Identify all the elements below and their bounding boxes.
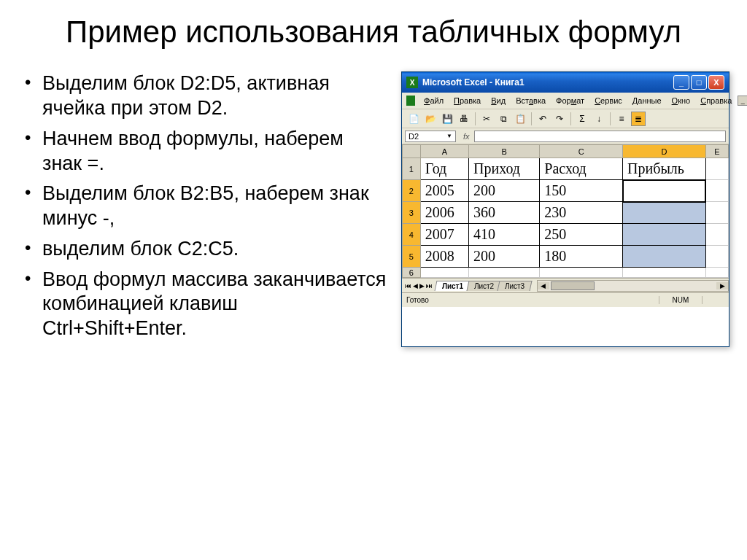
cell[interactable]: Прибыль	[623, 158, 706, 180]
print-icon[interactable]: 🖶	[457, 112, 471, 126]
row-header-4[interactable]: 4	[403, 224, 421, 246]
scroll-thumb[interactable]	[551, 281, 595, 290]
bullet-list: Выделим блок D2:D5, активная ячейка при …	[22, 71, 387, 341]
row-header-1[interactable]: 1	[403, 158, 421, 180]
excel-app-icon: X	[406, 77, 418, 88]
slide-title: Пример использования табличных формул	[22, 15, 725, 50]
tab-nav-prev-icon[interactable]: ◀	[413, 282, 418, 289]
align-icon[interactable]: ≡	[614, 112, 629, 126]
cell[interactable]	[469, 268, 540, 278]
cell[interactable]: 2005	[420, 180, 468, 202]
cell[interactable]: 200	[469, 180, 540, 202]
cell[interactable]: 410	[469, 224, 540, 246]
new-icon[interactable]: 📄	[406, 112, 421, 126]
row-header-2[interactable]: 2	[403, 180, 421, 202]
window-title: Microsoft Excel - Книга1	[422, 77, 673, 88]
menu-file[interactable]: Файл	[419, 95, 448, 106]
cell[interactable]: 2008	[420, 246, 468, 268]
sheet-tab[interactable]: Лист3	[498, 281, 533, 291]
spreadsheet-grid[interactable]: A B C D E 1 Год Приход Расход Прибыль 2 …	[402, 144, 729, 278]
close-button[interactable]: X	[708, 75, 724, 90]
cell[interactable]: 150	[540, 180, 623, 202]
cell[interactable]	[705, 202, 728, 224]
cell[interactable]: 250	[540, 224, 623, 246]
save-icon[interactable]: 💾	[440, 112, 454, 126]
tab-nav-last-icon[interactable]: ⏭	[426, 282, 433, 289]
tab-nav-first-icon[interactable]: ⏮	[405, 282, 411, 289]
cell[interactable]: 200	[469, 246, 540, 268]
excel-window: X Microsoft Excel - Книга1 _ □ X Файл Пр…	[401, 71, 729, 347]
bullet-item: Выделим блок D2:D5, активная ячейка при …	[42, 71, 387, 121]
scroll-left-icon[interactable]: ◀	[538, 282, 549, 289]
paste-icon[interactable]: 📋	[513, 112, 527, 126]
menu-format[interactable]: Формат	[551, 95, 589, 106]
menu-tools[interactable]: Сервис	[590, 95, 627, 106]
menu-window[interactable]: Окно	[667, 95, 695, 106]
cell-active[interactable]	[623, 180, 706, 202]
cell[interactable]	[705, 180, 728, 202]
copy-icon[interactable]: ⧉	[496, 112, 511, 126]
row-header-5[interactable]: 5	[403, 246, 421, 268]
menubar: Файл Правка Вид Вставка Формат Сервис Да…	[402, 93, 729, 109]
cell[interactable]: Приход	[469, 158, 540, 180]
status-num: NUM	[659, 296, 703, 304]
cell[interactable]: 230	[540, 202, 623, 224]
cell[interactable]: Год	[420, 158, 468, 180]
bullet-item: Выделим блок B2:B5, наберем знак минус -…	[42, 182, 387, 231]
undo-icon[interactable]: ↶	[535, 112, 550, 126]
formula-bar-row: D2▼ fx	[402, 128, 729, 144]
minimize-button[interactable]: _	[673, 75, 689, 90]
redo-icon[interactable]: ↷	[552, 112, 567, 126]
indent-icon[interactable]: ≣	[631, 112, 646, 126]
cell-selected[interactable]	[623, 246, 706, 268]
cell[interactable]	[705, 224, 728, 246]
scroll-right-icon[interactable]: ▶	[716, 282, 728, 289]
cell-selected[interactable]	[623, 202, 706, 224]
tab-nav-next-icon[interactable]: ▶	[419, 282, 425, 289]
col-header-E[interactable]: E	[705, 145, 728, 158]
doc-minimize-button[interactable]: _	[738, 96, 747, 106]
menu-help[interactable]: Справка	[696, 95, 736, 106]
menu-edit[interactable]: Правка	[449, 95, 485, 106]
name-box[interactable]: D2▼	[405, 131, 456, 142]
col-header-A[interactable]: A	[420, 145, 468, 158]
cell[interactable]: 2006	[420, 202, 468, 224]
cut-icon[interactable]: ✂	[479, 112, 494, 126]
col-header-D[interactable]: D	[623, 145, 706, 158]
open-icon[interactable]: 📂	[423, 112, 438, 126]
statusbar: Готово NUM	[402, 292, 729, 307]
status-ready: Готово	[406, 296, 659, 304]
sheet-tabs-row: ⏮ ◀ ▶ ⏭ Лист1 Лист2 Лист3 ◀ ▶	[402, 278, 729, 292]
menu-view[interactable]: Вид	[487, 95, 510, 106]
menu-data[interactable]: Данные	[628, 95, 666, 106]
cell[interactable]: 360	[469, 202, 540, 224]
select-all-corner[interactable]	[403, 145, 421, 158]
sum-icon[interactable]: Σ	[575, 112, 589, 126]
cell[interactable]: Расход	[540, 158, 623, 180]
cell-selected[interactable]	[623, 224, 706, 246]
cell[interactable]	[705, 158, 728, 180]
sheet-tab[interactable]: Лист1	[435, 281, 471, 291]
cell[interactable]	[420, 268, 468, 278]
cell[interactable]	[623, 268, 706, 278]
col-header-C[interactable]: C	[540, 145, 623, 158]
bullet-item: выделим блок C2:C5.	[42, 237, 387, 262]
cell[interactable]: 2007	[420, 224, 468, 246]
toolbar: 📄 📂 💾 🖶 ✂ ⧉ 📋 ↶ ↷ Σ ↓ ≡ ≣	[402, 109, 729, 128]
cell[interactable]	[540, 268, 623, 278]
formula-bar[interactable]	[474, 131, 726, 142]
menu-insert[interactable]: Вставка	[511, 95, 550, 106]
cell[interactable]	[705, 246, 728, 268]
bullet-item: Начнем ввод формулы, наберем знак =.	[42, 127, 387, 176]
cell[interactable]: 180	[540, 246, 623, 268]
horizontal-scrollbar[interactable]: ◀ ▶	[537, 280, 729, 292]
fx-icon[interactable]: fx	[463, 132, 470, 141]
row-header-6[interactable]: 6	[403, 268, 421, 278]
sheet-tab[interactable]: Лист2	[467, 281, 502, 291]
col-header-B[interactable]: B	[469, 145, 540, 158]
sort-icon[interactable]: ↓	[592, 112, 606, 126]
row-header-3[interactable]: 3	[403, 202, 421, 224]
maximize-button[interactable]: □	[691, 75, 707, 90]
cell[interactable]	[705, 268, 728, 278]
dropdown-icon[interactable]: ▼	[446, 133, 452, 139]
